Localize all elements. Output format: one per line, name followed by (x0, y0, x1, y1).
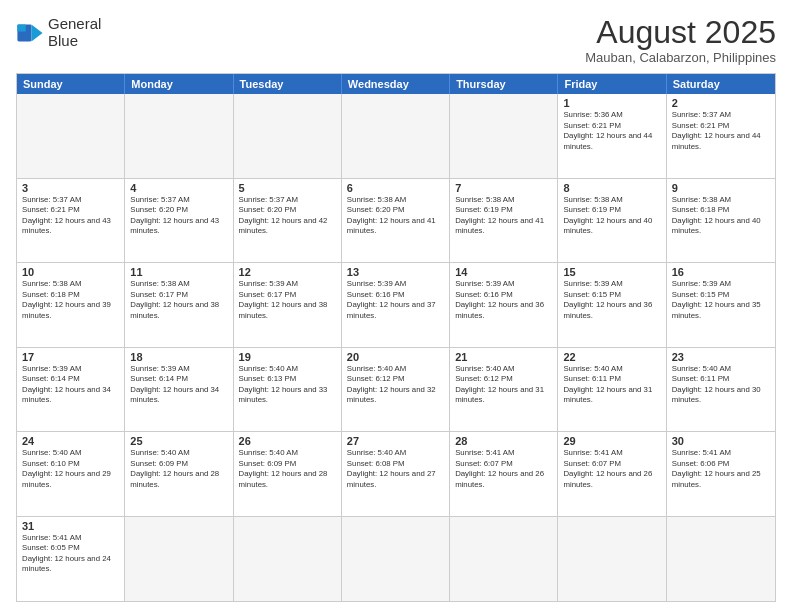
day-header: Monday (125, 74, 233, 94)
calendar-cell: 25Sunrise: 5:40 AM Sunset: 6:09 PM Dayli… (125, 432, 233, 516)
page: General Blue August 2025 Mauban, Calabar… (0, 0, 792, 612)
cell-date: 16 (672, 266, 770, 278)
calendar-cell: 29Sunrise: 5:41 AM Sunset: 6:07 PM Dayli… (558, 432, 666, 516)
calendar-cell (125, 517, 233, 602)
calendar-cell: 2Sunrise: 5:37 AM Sunset: 6:21 PM Daylig… (667, 94, 775, 178)
cell-info: Sunrise: 5:40 AM Sunset: 6:11 PM Dayligh… (563, 364, 660, 406)
cell-date: 26 (239, 435, 336, 447)
cell-info: Sunrise: 5:40 AM Sunset: 6:11 PM Dayligh… (672, 364, 770, 406)
location: Mauban, Calabarzon, Philippines (585, 50, 776, 65)
logo-line1: General (48, 16, 101, 33)
calendar-cell: 19Sunrise: 5:40 AM Sunset: 6:13 PM Dayli… (234, 348, 342, 432)
cell-date: 7 (455, 182, 552, 194)
cell-date: 31 (22, 520, 119, 532)
title-area: August 2025 Mauban, Calabarzon, Philippi… (585, 16, 776, 65)
cell-info: Sunrise: 5:39 AM Sunset: 6:14 PM Dayligh… (22, 364, 119, 406)
day-header: Saturday (667, 74, 775, 94)
calendar-cell: 11Sunrise: 5:38 AM Sunset: 6:17 PM Dayli… (125, 263, 233, 347)
cell-info: Sunrise: 5:41 AM Sunset: 6:05 PM Dayligh… (22, 533, 119, 575)
cell-info: Sunrise: 5:38 AM Sunset: 6:18 PM Dayligh… (672, 195, 770, 237)
calendar-cell (342, 517, 450, 602)
cell-date: 11 (130, 266, 227, 278)
calendar-cell: 18Sunrise: 5:39 AM Sunset: 6:14 PM Dayli… (125, 348, 233, 432)
calendar-cell (342, 94, 450, 178)
day-header: Thursday (450, 74, 558, 94)
cell-date: 14 (455, 266, 552, 278)
cell-info: Sunrise: 5:39 AM Sunset: 6:16 PM Dayligh… (455, 279, 552, 321)
cell-info: Sunrise: 5:39 AM Sunset: 6:15 PM Dayligh… (672, 279, 770, 321)
cell-date: 18 (130, 351, 227, 363)
logo-line2: Blue (48, 33, 101, 50)
cell-info: Sunrise: 5:39 AM Sunset: 6:15 PM Dayligh… (563, 279, 660, 321)
cell-date: 29 (563, 435, 660, 447)
cell-date: 5 (239, 182, 336, 194)
calendar-cell (234, 517, 342, 602)
cell-info: Sunrise: 5:38 AM Sunset: 6:17 PM Dayligh… (130, 279, 227, 321)
day-header: Sunday (17, 74, 125, 94)
cell-date: 8 (563, 182, 660, 194)
cell-date: 21 (455, 351, 552, 363)
calendar-cell: 1Sunrise: 5:36 AM Sunset: 6:21 PM Daylig… (558, 94, 666, 178)
cell-date: 6 (347, 182, 444, 194)
cell-info: Sunrise: 5:38 AM Sunset: 6:19 PM Dayligh… (455, 195, 552, 237)
cell-info: Sunrise: 5:38 AM Sunset: 6:19 PM Dayligh… (563, 195, 660, 237)
cell-info: Sunrise: 5:37 AM Sunset: 6:20 PM Dayligh… (239, 195, 336, 237)
cell-info: Sunrise: 5:37 AM Sunset: 6:21 PM Dayligh… (672, 110, 770, 152)
calendar-row: 10Sunrise: 5:38 AM Sunset: 6:18 PM Dayli… (17, 263, 775, 348)
cell-date: 25 (130, 435, 227, 447)
cell-info: Sunrise: 5:36 AM Sunset: 6:21 PM Dayligh… (563, 110, 660, 152)
calendar-grid: 1Sunrise: 5:36 AM Sunset: 6:21 PM Daylig… (17, 94, 775, 601)
cell-date: 3 (22, 182, 119, 194)
cell-info: Sunrise: 5:38 AM Sunset: 6:20 PM Dayligh… (347, 195, 444, 237)
cell-info: Sunrise: 5:39 AM Sunset: 6:16 PM Dayligh… (347, 279, 444, 321)
cell-date: 17 (22, 351, 119, 363)
calendar-cell: 23Sunrise: 5:40 AM Sunset: 6:11 PM Dayli… (667, 348, 775, 432)
cell-info: Sunrise: 5:39 AM Sunset: 6:17 PM Dayligh… (239, 279, 336, 321)
cell-date: 15 (563, 266, 660, 278)
cell-date: 24 (22, 435, 119, 447)
calendar-cell: 22Sunrise: 5:40 AM Sunset: 6:11 PM Dayli… (558, 348, 666, 432)
calendar-cell: 12Sunrise: 5:39 AM Sunset: 6:17 PM Dayli… (234, 263, 342, 347)
calendar-row: 1Sunrise: 5:36 AM Sunset: 6:21 PM Daylig… (17, 94, 775, 179)
cell-info: Sunrise: 5:41 AM Sunset: 6:07 PM Dayligh… (563, 448, 660, 490)
calendar-cell: 6Sunrise: 5:38 AM Sunset: 6:20 PM Daylig… (342, 179, 450, 263)
calendar-cell: 10Sunrise: 5:38 AM Sunset: 6:18 PM Dayli… (17, 263, 125, 347)
calendar-row: 24Sunrise: 5:40 AM Sunset: 6:10 PM Dayli… (17, 432, 775, 517)
cell-info: Sunrise: 5:40 AM Sunset: 6:10 PM Dayligh… (22, 448, 119, 490)
calendar-cell: 31Sunrise: 5:41 AM Sunset: 6:05 PM Dayli… (17, 517, 125, 602)
cell-info: Sunrise: 5:40 AM Sunset: 6:09 PM Dayligh… (130, 448, 227, 490)
cell-date: 20 (347, 351, 444, 363)
svg-rect-2 (17, 24, 25, 31)
cell-date: 12 (239, 266, 336, 278)
cell-info: Sunrise: 5:39 AM Sunset: 6:14 PM Dayligh… (130, 364, 227, 406)
cell-date: 2 (672, 97, 770, 109)
cell-date: 10 (22, 266, 119, 278)
cell-info: Sunrise: 5:41 AM Sunset: 6:07 PM Dayligh… (455, 448, 552, 490)
cell-info: Sunrise: 5:38 AM Sunset: 6:18 PM Dayligh… (22, 279, 119, 321)
calendar-cell: 20Sunrise: 5:40 AM Sunset: 6:12 PM Dayli… (342, 348, 450, 432)
cell-info: Sunrise: 5:40 AM Sunset: 6:08 PM Dayligh… (347, 448, 444, 490)
calendar: SundayMondayTuesdayWednesdayThursdayFrid… (16, 73, 776, 602)
calendar-cell: 8Sunrise: 5:38 AM Sunset: 6:19 PM Daylig… (558, 179, 666, 263)
calendar-cell: 30Sunrise: 5:41 AM Sunset: 6:06 PM Dayli… (667, 432, 775, 516)
calendar-cell (667, 517, 775, 602)
calendar-cell: 7Sunrise: 5:38 AM Sunset: 6:19 PM Daylig… (450, 179, 558, 263)
svg-marker-1 (31, 24, 42, 41)
logo-text: General Blue (48, 16, 101, 49)
calendar-cell: 15Sunrise: 5:39 AM Sunset: 6:15 PM Dayli… (558, 263, 666, 347)
calendar-cell: 28Sunrise: 5:41 AM Sunset: 6:07 PM Dayli… (450, 432, 558, 516)
calendar-cell: 5Sunrise: 5:37 AM Sunset: 6:20 PM Daylig… (234, 179, 342, 263)
cell-info: Sunrise: 5:41 AM Sunset: 6:06 PM Dayligh… (672, 448, 770, 490)
calendar-cell: 4Sunrise: 5:37 AM Sunset: 6:20 PM Daylig… (125, 179, 233, 263)
cell-info: Sunrise: 5:40 AM Sunset: 6:12 PM Dayligh… (347, 364, 444, 406)
calendar-cell: 13Sunrise: 5:39 AM Sunset: 6:16 PM Dayli… (342, 263, 450, 347)
calendar-cell (17, 94, 125, 178)
day-header: Wednesday (342, 74, 450, 94)
cell-date: 9 (672, 182, 770, 194)
cell-date: 1 (563, 97, 660, 109)
header: General Blue August 2025 Mauban, Calabar… (16, 16, 776, 65)
logo: General Blue (16, 16, 101, 49)
cell-date: 23 (672, 351, 770, 363)
cell-date: 13 (347, 266, 444, 278)
cell-date: 22 (563, 351, 660, 363)
